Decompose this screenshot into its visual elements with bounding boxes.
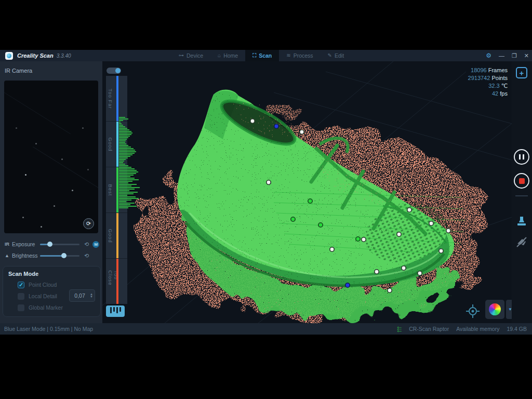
exposure-label: Exposure (12, 241, 39, 247)
zone-good-lower-line (116, 213, 118, 258)
point-cloud-checkbox[interactable]: ✓ (18, 282, 24, 288)
stop-button[interactable] (514, 173, 529, 189)
fps-label: fps (500, 90, 508, 97)
points-count: 2913742 (468, 75, 490, 81)
temperature-unit: ℃ (501, 83, 508, 89)
temperature-value: 32.3 (488, 83, 499, 89)
brightness-slider[interactable] (40, 255, 79, 257)
marker-stamp-icon[interactable] (515, 215, 528, 228)
close-button[interactable]: ✕ (524, 53, 529, 59)
local-detail-checkbox[interactable] (18, 293, 24, 300)
zone-best-line (116, 167, 118, 212)
content-area: IR Camera ⟳ IR Exposure ⟲ M ▲ Brightness (0, 61, 532, 323)
pause-button[interactable] (514, 149, 529, 165)
global-marker-label: Global Marker (29, 304, 63, 311)
stepper-arrows-icon[interactable]: ▲▼ (90, 293, 93, 298)
device-name: CR-Scan Raptor (409, 326, 449, 332)
zone-too-far-label: Too Far (108, 88, 113, 109)
layers-icon: ≋ (286, 53, 290, 58)
settings-gear-icon[interactable]: ⚙ (486, 52, 491, 59)
home-icon: ⌂ (218, 53, 221, 58)
no-turntable-icon[interactable] (515, 236, 528, 248)
maximize-button[interactable]: ❐ (512, 53, 517, 59)
gauge-toggle[interactable] (107, 68, 121, 74)
zone-too-close-line (116, 259, 118, 304)
point-cloud-scene (102, 61, 512, 323)
app-title: Creality Scan (17, 52, 54, 59)
scan-mode-panel: Scan Mode ✓ Point Cloud Local Detail 0,0… (3, 266, 101, 317)
local-detail-value: 0,07 (70, 292, 90, 299)
render-mode-dropdown[interactable]: ▼ (506, 300, 512, 319)
tab-edit-label: Edit (335, 52, 344, 59)
local-detail-label: Local Detail (29, 293, 57, 299)
main-tabs: ⊶ Device ⌂ Home ⛶ Scan ≋ Process ✎ Edit (171, 50, 351, 61)
depth-histogram (119, 117, 140, 209)
zone-best-label: Best (108, 184, 113, 196)
zone-good-lower: Good (106, 213, 127, 259)
tab-scan[interactable]: ⛶ Scan (245, 50, 279, 61)
new-scan-button[interactable]: + (516, 67, 527, 78)
color-wheel-icon (489, 303, 501, 315)
tab-device[interactable]: ⊶ Device (171, 50, 210, 61)
tab-device-label: Device (187, 52, 203, 59)
exposure-reset-icon[interactable]: ⟲ (84, 242, 89, 247)
zone-too-close: Too Close (106, 259, 127, 304)
right-toolbar: + (512, 61, 532, 323)
app-version: 3.3.40 (57, 53, 71, 59)
brightness-label: Brightness (12, 252, 39, 259)
global-marker-checkbox[interactable] (18, 304, 24, 311)
tab-home-label: Home (223, 52, 238, 59)
zone-too-far: Too Far (106, 76, 127, 122)
scan-icon: ⛶ (252, 53, 256, 58)
points-label: Points (491, 75, 508, 81)
device-icon: ⊶ (179, 53, 184, 58)
frames-count: 18096 (471, 67, 487, 73)
tab-edit[interactable]: ✎ Edit (321, 50, 351, 61)
center-view-icon[interactable] (466, 304, 480, 318)
tab-scan-label: Scan (259, 52, 272, 59)
zone-too-far-line (116, 76, 118, 121)
manual-exposure-button[interactable]: M (92, 241, 99, 248)
option-local-detail[interactable]: Local Detail (18, 292, 57, 300)
memory-label: Available memory (456, 326, 499, 332)
scan-mode-title: Scan Mode (8, 271, 38, 277)
scan-viewport[interactable]: 18096 Frames 2913742 Points 32.3 ℃ 42 fp… (102, 61, 512, 323)
scan-stats: 18096 Frames 2913742 Points 32.3 ℃ 42 fp… (468, 66, 508, 98)
zone-good-lower-label: Good (108, 229, 113, 243)
app-logo-icon (5, 52, 13, 60)
screenshot-stage: Creality Scan 3.3.40 ⊶ Device ⌂ Home ⛶ S… (0, 0, 532, 399)
camera-switch-button[interactable]: ⟳ (83, 218, 94, 229)
status-bar: Blue Laser Mode | 0.15mm | No Map ⬱ CR-S… (0, 323, 532, 335)
local-detail-value-stepper[interactable]: 0,07 ▲▼ (69, 289, 95, 302)
point-cloud-label: Point Cloud (29, 282, 57, 288)
option-global-marker[interactable]: Global Marker (18, 304, 63, 311)
fps-value: 42 (492, 90, 498, 97)
tab-process[interactable]: ≋ Process (279, 50, 320, 61)
usb-connected-icon: ⬱ (397, 326, 402, 332)
ir-camera-preview: ⟳ (4, 81, 98, 233)
exposure-slider[interactable] (40, 244, 79, 245)
exposure-row: IR Exposure ⟲ M (5, 240, 101, 248)
minimize-button[interactable]: — (499, 53, 504, 59)
scan-settings-status: Blue Laser Mode | 0.15mm | No Map (4, 326, 93, 332)
device-status: ⬱ CR-Scan Raptor Available memory 19.4 G… (397, 326, 527, 332)
toolbar-divider (515, 195, 528, 196)
option-point-cloud[interactable]: ✓ Point Cloud (18, 281, 57, 288)
zone-good-upper-line (116, 122, 118, 167)
memory-value: 19.4 GB (507, 326, 527, 332)
window-controls: ⚙ — ❐ ✕ (486, 50, 529, 61)
app-window: Creality Scan 3.3.40 ⊶ Device ⌂ Home ⛶ S… (0, 50, 532, 335)
brightness-reset-icon[interactable]: ⟲ (84, 253, 89, 259)
left-panel: IR Camera ⟳ IR Exposure ⟲ M ▲ Brightness (0, 61, 102, 323)
frames-label: Frames (488, 67, 508, 73)
brightness-icon: ▲ (5, 253, 12, 258)
ir-label: IR (5, 242, 12, 247)
brightness-row: ▲ Brightness ⟲ (5, 251, 101, 260)
render-mode-button[interactable] (485, 300, 504, 319)
histogram-toggle-button[interactable] (106, 305, 125, 317)
ir-camera-label: IR Camera (5, 68, 32, 74)
tab-process-label: Process (294, 52, 313, 59)
tab-home[interactable]: ⌂ Home (210, 50, 245, 61)
title-bar: Creality Scan 3.3.40 ⊶ Device ⌂ Home ⛶ S… (0, 50, 532, 61)
edit-icon: ✎ (328, 53, 332, 58)
